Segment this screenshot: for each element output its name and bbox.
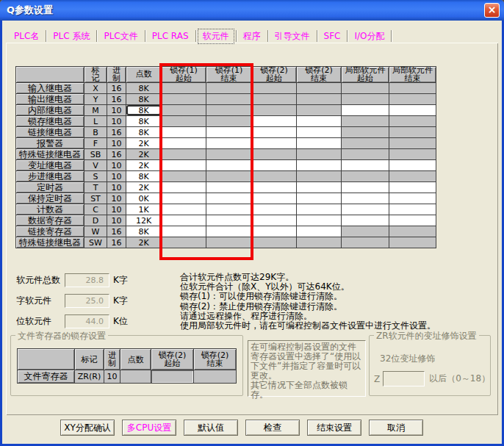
device-latch-cell[interactable] bbox=[206, 204, 252, 215]
device-latch-cell[interactable] bbox=[297, 226, 342, 237]
device-points-cell[interactable]: 8K bbox=[126, 171, 162, 182]
file-register-col-header: 进 制 bbox=[104, 349, 120, 370]
device-latch-cell[interactable] bbox=[206, 182, 252, 193]
device-latch-cell[interactable] bbox=[252, 193, 297, 204]
default-button[interactable]: 默认值 bbox=[184, 420, 238, 436]
device-symbol-cell: F bbox=[84, 138, 107, 149]
device-latch-cell[interactable] bbox=[342, 215, 389, 226]
device-latch-cell[interactable] bbox=[389, 193, 436, 204]
device-latch-cell[interactable] bbox=[206, 215, 252, 226]
multi-cpu-settings-button[interactable]: 多CPU设置 bbox=[122, 420, 176, 436]
device-latch-cell bbox=[389, 83, 436, 94]
device-latch-cell bbox=[162, 116, 206, 127]
device-base-cell: 10 bbox=[107, 116, 126, 127]
tab-4[interactable]: PLC RAS bbox=[148, 30, 193, 42]
device-latch-cell[interactable] bbox=[162, 160, 206, 171]
device-latch-cell[interactable] bbox=[162, 226, 206, 237]
device-info-text: 合计软元件点数可达29K字。位软元件合计（除X、Y以外）可达64K位。锁存(1)… bbox=[180, 273, 496, 331]
device-latch-cell[interactable] bbox=[206, 193, 252, 204]
device-latch-cell[interactable] bbox=[389, 105, 436, 116]
device-latch-cell[interactable] bbox=[162, 215, 206, 226]
device-latch-cell[interactable] bbox=[342, 193, 389, 204]
device-latch-cell[interactable] bbox=[297, 116, 342, 127]
tab-6[interactable]: 程序 bbox=[239, 29, 265, 43]
tab-1[interactable]: PLC名 bbox=[10, 29, 43, 43]
device-col-header: 点数 bbox=[126, 67, 162, 83]
device-latch-cell[interactable] bbox=[342, 105, 389, 116]
device-latch-cell[interactable] bbox=[297, 138, 342, 149]
device-latch-cell[interactable] bbox=[162, 193, 206, 204]
z-register-input bbox=[383, 371, 425, 386]
file-register-col-header: 标记 bbox=[75, 349, 104, 370]
end-setup-button[interactable]: 结束设置 bbox=[307, 420, 361, 436]
device-latch-cell[interactable] bbox=[389, 160, 436, 171]
device-points-cell[interactable]: 1K bbox=[126, 204, 162, 215]
device-symbol-cell: V bbox=[84, 160, 107, 171]
device-latch-cell bbox=[252, 149, 297, 160]
device-latch-cell[interactable] bbox=[252, 127, 297, 138]
device-latch-cell[interactable] bbox=[252, 226, 297, 237]
device-latch-cell[interactable] bbox=[297, 215, 342, 226]
zr-range-label: 以后（0～18） bbox=[429, 373, 490, 385]
device-row-SW: 特殊链接继电器SW162K bbox=[16, 237, 436, 248]
cancel-button[interactable]: 取消 bbox=[369, 420, 423, 436]
device-latch-cell[interactable] bbox=[252, 204, 297, 215]
device-latch-cell[interactable] bbox=[297, 127, 342, 138]
device-latch-cell[interactable] bbox=[297, 160, 342, 171]
device-latch-cell[interactable] bbox=[206, 127, 252, 138]
device-latch-cell[interactable] bbox=[162, 204, 206, 215]
device-latch-cell[interactable] bbox=[206, 226, 252, 237]
device-points-cell[interactable]: 8K bbox=[126, 116, 162, 127]
tab-2[interactable]: PLC 系统 bbox=[48, 29, 94, 43]
device-points-cell[interactable]: 8K bbox=[126, 226, 162, 237]
device-row-label: 保持定时器 bbox=[16, 193, 84, 204]
xy-assignment-confirm-button[interactable]: XY分配确认 bbox=[60, 420, 115, 436]
file-register-symbol-cell: ZR(R) bbox=[75, 370, 104, 384]
tab-5[interactable]: 软元件 bbox=[198, 29, 234, 43]
device-latch-cell[interactable] bbox=[252, 160, 297, 171]
device-points-cell[interactable]: 0K bbox=[126, 193, 162, 204]
device-points-cell[interactable]: 2K bbox=[126, 182, 162, 193]
device-symbol-cell: L bbox=[84, 116, 107, 127]
file-register-points-cell bbox=[120, 370, 151, 384]
device-latch-cell[interactable] bbox=[162, 138, 206, 149]
device-latch-cell bbox=[206, 94, 252, 105]
device-latch-cell[interactable] bbox=[252, 182, 297, 193]
device-latch-cell[interactable] bbox=[297, 193, 342, 204]
total-device-points-value: 28.8 bbox=[65, 273, 109, 287]
device-latch-cell[interactable] bbox=[342, 182, 389, 193]
device-latch-cell[interactable] bbox=[389, 182, 436, 193]
device-latch-cell[interactable] bbox=[297, 204, 342, 215]
device-latch-cell[interactable] bbox=[162, 127, 206, 138]
tab-3[interactable]: PLC文件 bbox=[99, 29, 142, 43]
device-latch-cell[interactable] bbox=[252, 215, 297, 226]
device-latch-cell bbox=[206, 105, 252, 116]
device-points-cell[interactable]: 8K bbox=[126, 105, 162, 116]
device-latch-cell[interactable] bbox=[162, 182, 206, 193]
device-latch-cell[interactable] bbox=[389, 215, 436, 226]
device-latch-cell[interactable] bbox=[389, 204, 436, 215]
device-latch-cell[interactable] bbox=[206, 160, 252, 171]
tab-9[interactable]: I/O分配 bbox=[350, 29, 389, 43]
device-latch-cell[interactable] bbox=[342, 204, 389, 215]
device-latch-cell[interactable] bbox=[206, 138, 252, 149]
device-row-label: 锁存继电器 bbox=[16, 116, 84, 127]
close-icon[interactable] bbox=[484, 3, 500, 18]
device-points-cell[interactable]: 12K bbox=[126, 215, 162, 226]
device-latch-cell[interactable] bbox=[342, 160, 389, 171]
device-symbol-cell: ST bbox=[84, 193, 107, 204]
device-latch-cell[interactable] bbox=[252, 138, 297, 149]
device-symbol-cell: Y bbox=[84, 94, 107, 105]
tab-7[interactable]: 引导文件 bbox=[270, 29, 314, 43]
tab-separator bbox=[317, 30, 317, 42]
file-register-col-header: 锁存(2) 结束 bbox=[194, 349, 237, 370]
check-button[interactable]: 检查 bbox=[245, 420, 300, 436]
device-latch-cell[interactable] bbox=[297, 182, 342, 193]
device-row-Y: 输出继电器Y168K bbox=[16, 94, 436, 105]
device-points-cell[interactable]: 2K bbox=[126, 160, 162, 171]
device-points-cell[interactable]: 8K bbox=[126, 127, 162, 138]
device-latch-cell[interactable] bbox=[252, 116, 297, 127]
tab-8[interactable]: SFC bbox=[320, 30, 345, 42]
device-points-cell: 8K bbox=[126, 83, 162, 94]
device-points-cell[interactable]: 2K bbox=[126, 138, 162, 149]
